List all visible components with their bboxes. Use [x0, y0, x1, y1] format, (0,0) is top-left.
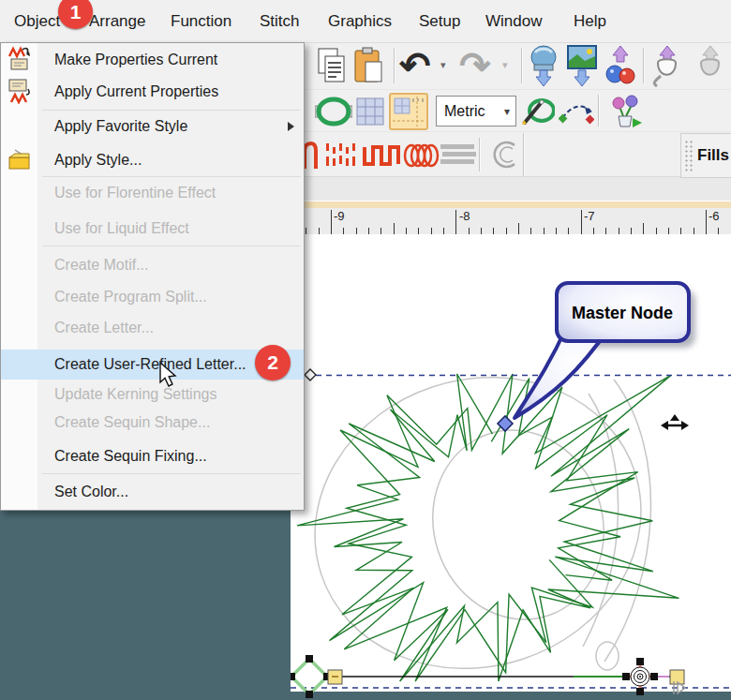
drag-handle-icon[interactable]: [684, 140, 694, 171]
menu-help[interactable]: Help: [574, 0, 606, 42]
application-window: Object Arrange Function Stitch Graphics …: [0, 0, 731, 700]
fills-panel[interactable]: Fills: [680, 133, 731, 178]
menu-item-make-properties-current[interactable]: Make Properties Current: [1, 45, 304, 75]
master-node-callout: Master Node: [515, 283, 695, 418]
submenu-arrow-icon: [288, 122, 294, 131]
toolbar-separator: [394, 48, 395, 83]
step-badge-2: 2: [255, 345, 291, 380]
mouse-cursor-icon: [157, 362, 178, 394]
grid-ruler-active-icon[interactable]: [389, 93, 428, 130]
import-ornaments-icon[interactable]: [604, 45, 636, 87]
menu-separator: [42, 110, 301, 111]
toolbar-spacer: [291, 176, 731, 201]
toolbar-separator: [598, 95, 600, 127]
toolbar-separator: [643, 48, 645, 83]
stitch-zigzag-icon[interactable]: [302, 140, 322, 171]
units-dropdown[interactable]: Metric ▾: [436, 96, 516, 127]
stitch-stipple-icon[interactable]: [324, 141, 360, 170]
upload-hoop-icon[interactable]: [650, 45, 682, 87]
send-to-machine-icon[interactable]: [528, 45, 559, 87]
redo-dropdown-icon[interactable]: ▾: [502, 59, 508, 71]
grid-icon[interactable]: [356, 97, 384, 126]
top-anchor-handle[interactable]: [305, 369, 316, 380]
menu-stitch[interactable]: Stitch: [260, 0, 300, 42]
design-layer: Master Node: [291, 234, 731, 700]
rotation-center-handle[interactable]: [622, 658, 658, 695]
toolbar-separator: [523, 133, 525, 176]
ruler: -9-8-7-6: [291, 208, 731, 235]
menu-graphics[interactable]: Graphics: [328, 0, 392, 42]
hoop-icon[interactable]: [315, 97, 352, 127]
menu-item-apply-current-properties[interactable]: Apply Current Properties: [1, 77, 304, 107]
redo-icon[interactable]: ↷: [459, 42, 491, 89]
stitch-satin-icon[interactable]: [440, 143, 476, 168]
menu-bar: Object Arrange Function Stitch Graphics …: [0, 0, 731, 43]
export-image-icon[interactable]: [565, 45, 599, 87]
menu-item-update-kerning-settings: Update Kerning Settings: [1, 380, 304, 410]
menu-item-create-program-split: Create Program Split...: [1, 282, 304, 312]
rotation-origin-handle[interactable]: [291, 655, 331, 698]
menu-item-create-sequin-shape: Create Sequin Shape...: [1, 408, 304, 438]
menu-item-use-for-florentine-effect: Use for Florentine Effect: [1, 178, 304, 208]
plant-run-icon[interactable]: [607, 94, 643, 129]
toolbar-separator: [521, 48, 523, 83]
undo-icon[interactable]: ↶: [399, 42, 431, 89]
apply-properties-icon: [7, 78, 32, 108]
menu-function[interactable]: Function: [171, 0, 231, 42]
stitch-lines: [297, 374, 679, 681]
menu-item-use-for-liquid-effect: Use for Liquid Effect: [1, 214, 304, 244]
curve-arrow-icon[interactable]: [559, 97, 594, 126]
resize-cursor-icon: [661, 414, 689, 430]
wand-hoop-icon[interactable]: [521, 97, 555, 127]
menu-object[interactable]: Object: [14, 0, 60, 42]
upload-hoop-disabled-icon: [694, 45, 725, 87]
copy-icon[interactable]: [315, 47, 349, 84]
master-node-handle[interactable]: [498, 416, 513, 431]
callout-text: Master Node: [572, 304, 673, 322]
toolbar-separator: [479, 138, 481, 171]
units-value: Metric: [437, 103, 504, 120]
menu-item-set-color[interactable]: Set Color...: [1, 477, 304, 507]
stitch-squarewave-icon[interactable]: [362, 141, 401, 170]
paste-icon[interactable]: [352, 47, 386, 84]
undo-dropdown-icon[interactable]: ▾: [440, 59, 446, 71]
apply-style-folder-icon: [7, 148, 32, 176]
arc-tool-icon[interactable]: [488, 137, 524, 172]
menu-separator: [42, 176, 301, 177]
chevron-down-icon: ▾: [504, 105, 515, 118]
menu-arrange[interactable]: Arrange: [89, 0, 145, 42]
menu-item-apply-style[interactable]: Apply Style...: [1, 145, 304, 175]
stitch-coil-icon[interactable]: [403, 142, 440, 169]
make-properties-icon: [7, 46, 32, 76]
menu-item-create-letter: Create Letter...: [1, 313, 304, 343]
menu-item-apply-favorite-style[interactable]: Apply Favorite Style: [1, 112, 304, 141]
fills-panel-label: Fills: [697, 146, 729, 165]
object-menu-popup: Make Properties Current Apply Current Pr…: [0, 42, 305, 511]
menu-separator: [42, 473, 301, 474]
menu-separator: [42, 246, 301, 246]
menu-item-create-sequin-fixing[interactable]: Create Sequin Fixing...: [1, 441, 304, 471]
menu-setup[interactable]: Setup: [419, 0, 460, 42]
menu-window[interactable]: Window: [485, 0, 542, 42]
menu-item-create-motif: Create Motif...: [1, 250, 304, 280]
